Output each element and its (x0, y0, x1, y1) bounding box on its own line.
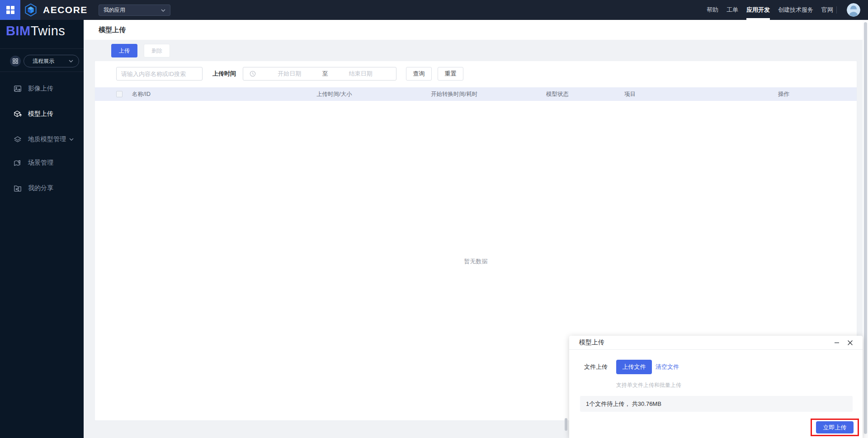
column-header-convert-time: 开始转换时间/耗时 (431, 87, 477, 101)
nav-work-order[interactable]: 工单 (726, 0, 738, 20)
geology-model-icon (14, 135, 22, 143)
workspace-grid-button[interactable] (10, 56, 21, 67)
sidebar: BIMTwins 流程展示 (0, 20, 84, 438)
file-summary-box: 1个文件待上传， 共30.76MB (580, 396, 853, 412)
logo-bim: BIM (6, 24, 31, 38)
model-upload-icon (14, 110, 22, 118)
modal-actions (833, 339, 854, 346)
upload-file-button[interactable]: 上传文件 (616, 360, 652, 374)
file-upload-row: 文件上传 上传文件 清空文件 (569, 360, 863, 374)
topbar: AECORE 我的应用 帮助 工单 应用开发 创建技术服务 官网 (0, 0, 868, 20)
chevron-down-icon (69, 60, 73, 62)
scene-management-icon (14, 159, 22, 167)
sidebar-divider (0, 48, 84, 49)
minimize-icon[interactable] (833, 339, 840, 346)
grid-outline-icon (13, 58, 18, 64)
aecore-logo-icon (24, 3, 38, 17)
reset-button[interactable]: 重置 (438, 67, 463, 81)
brand-name: AECORE (43, 5, 88, 15)
file-summary-text: 1个文件待上传， 共30.76MB (586, 400, 661, 408)
app-launcher-button[interactable] (0, 0, 20, 20)
brand: AECORE (24, 0, 88, 20)
submit-upload-button[interactable]: 立即上传 (816, 421, 854, 433)
workspace-select-value: 流程展示 (33, 57, 54, 65)
highlight-annotation-box: 立即上传 (811, 419, 859, 436)
chevron-down-icon (69, 138, 74, 141)
app-screen: AECORE 我的应用 帮助 工单 应用开发 创建技术服务 官网 (0, 0, 868, 438)
sidebar-item-my-share[interactable]: 我的分享 (0, 179, 84, 197)
page-header: 模型上传 (84, 20, 868, 40)
sidebar-item-label: 模型上传 (28, 110, 53, 118)
close-icon[interactable] (846, 339, 854, 346)
upload-time-label: 上传时间 (212, 67, 236, 81)
select-all-checkbox[interactable] (116, 91, 123, 97)
my-share-icon (14, 184, 22, 192)
page-title: 模型上传 (99, 20, 126, 40)
sidebar-item-geology-model[interactable]: 地质模型管理 (0, 130, 84, 148)
page-scrollbar[interactable] (863, 20, 868, 438)
file-upload-label: 文件上传 (584, 360, 608, 374)
date-range-input[interactable]: 开始日期 至 结束日期 (243, 67, 396, 81)
table-header-row: 名称/ID 上传时间/大小 开始转换时间/耗时 模型状态 项目 操作 (95, 87, 857, 101)
topbar-divider (836, 6, 837, 14)
sidebar-divider (0, 71, 84, 72)
grid-icon (6, 6, 14, 14)
sidebar-item-label: 场景管理 (28, 159, 53, 167)
model-upload-modal: 模型上传 文件上传 上传文件 清空文件 支持单文件上传和批量上传 1个文件待上传… (569, 336, 863, 438)
end-date-placeholder[interactable]: 结束日期 (330, 70, 392, 78)
search-input[interactable] (116, 67, 203, 81)
nav-create-tech-service[interactable]: 创建技术服务 (778, 0, 813, 20)
column-header-model-status: 模型状态 (546, 87, 569, 101)
column-header-name-id: 名称/ID (132, 87, 151, 101)
workspace-select-dropdown[interactable]: 流程展示 (24, 55, 79, 67)
workspace-row: 流程展示 (0, 55, 84, 67)
modal-header: 模型上传 (569, 336, 863, 350)
sidebar-item-model-upload[interactable]: 模型上传 (0, 105, 84, 123)
delete-button[interactable]: 删除 (144, 44, 170, 57)
clock-icon (250, 71, 256, 77)
sidebar-item-label: 我的分享 (28, 184, 53, 192)
sidebar-item-image-upload[interactable]: 影像上传 (0, 80, 84, 98)
sidebar-item-label: 影像上传 (28, 85, 53, 93)
sidebar-item-label: 地质模型管理 (28, 135, 66, 143)
sidebar-item-scene-management[interactable]: 场景管理 (0, 154, 84, 172)
upload-button[interactable]: 上传 (111, 44, 137, 57)
logo-twins: Twins (31, 24, 66, 38)
empty-state-text: 暂无数据 (464, 257, 488, 266)
app-select-dropdown[interactable]: 我的应用 (99, 5, 170, 16)
bimtwins-logo: BIMTwins (6, 24, 65, 38)
nav-official-site[interactable]: 官网 (821, 0, 833, 20)
date-range-separator: 至 (321, 70, 330, 78)
nav-app-development[interactable]: 应用开发 (746, 0, 770, 20)
user-avatar[interactable] (847, 3, 860, 17)
chevron-down-icon (161, 9, 165, 12)
start-date-placeholder[interactable]: 开始日期 (259, 70, 321, 78)
nav-help[interactable]: 帮助 (707, 0, 718, 20)
column-header-actions: 操作 (778, 87, 789, 101)
modal-title: 模型上传 (579, 338, 604, 347)
topbar-nav: 帮助 工单 应用开发 创建技术服务 官网 (707, 0, 833, 20)
clear-files-link[interactable]: 清空文件 (656, 360, 679, 374)
app-select-value: 我的应用 (104, 6, 125, 14)
column-header-project: 项目 (624, 87, 636, 101)
scrollbar-thumb[interactable] (864, 22, 867, 434)
column-header-upload-time: 上传时间/大小 (316, 87, 352, 101)
query-button[interactable]: 查询 (406, 67, 432, 81)
upload-hint-text: 支持单文件上传和批量上传 (616, 381, 681, 389)
inner-scrollbar-thumb[interactable] (565, 418, 567, 431)
image-upload-icon (14, 85, 22, 93)
